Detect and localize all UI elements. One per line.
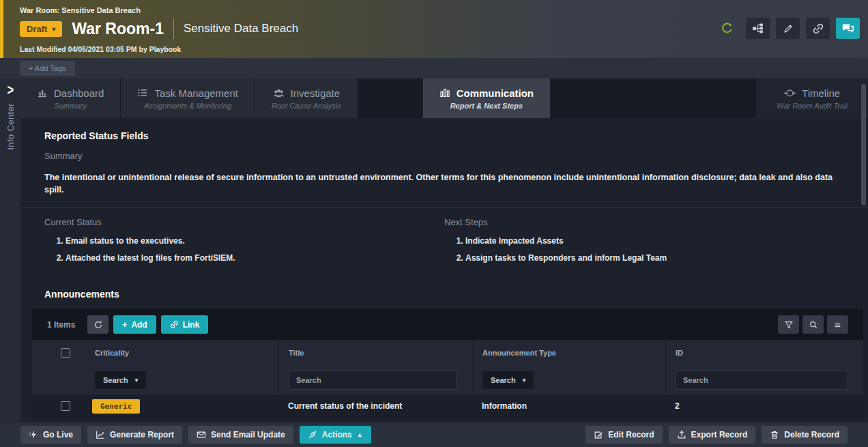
go-live-button[interactable]: Go Live xyxy=(20,426,81,444)
actions-button[interactable]: Actions ▲ xyxy=(300,426,371,444)
criticality-badge[interactable]: Generic xyxy=(92,399,140,414)
current-status-list: Email status to the executives. Attached… xyxy=(44,236,444,263)
edit-record-button[interactable]: Edit Record xyxy=(585,426,662,444)
footer-right-group: Edit Record Export Record Delete Record xyxy=(585,426,848,444)
copy-link-button[interactable] xyxy=(806,18,830,39)
column-header-id: ID xyxy=(676,349,683,357)
caret-down-icon: ▾ xyxy=(52,25,55,33)
status-columns: Current Status Email status to the execu… xyxy=(20,208,868,270)
export-record-label: Export Record xyxy=(691,430,748,439)
page-title: War Room-1 xyxy=(72,20,164,38)
info-center-sidebar[interactable]: > Info Center xyxy=(0,78,20,422)
add-tags-button[interactable]: + Add Tags xyxy=(20,61,75,76)
link-icon xyxy=(170,320,179,329)
tab-task-management[interactable]: Task Management Assignments & Monitoring xyxy=(121,78,255,118)
title-search-input[interactable] xyxy=(289,371,457,390)
edit-button[interactable] xyxy=(776,18,800,39)
row-type: Information xyxy=(482,401,527,411)
add-label: Add xyxy=(131,320,147,330)
section-heading: Reported Status Fields xyxy=(44,130,852,141)
main-area: > Info Center Dashboard Summary xyxy=(0,78,868,422)
export-icon xyxy=(677,430,686,439)
sync-status-icon xyxy=(721,22,734,35)
expand-chevron-icon[interactable]: > xyxy=(7,81,14,98)
refresh-icon xyxy=(93,320,103,330)
tab-label: Task Management xyxy=(154,87,238,99)
edit-record-icon xyxy=(594,430,603,439)
tab-sublabel: War Room Audit Trail xyxy=(777,102,848,110)
chat-icon xyxy=(841,22,854,35)
send-email-button[interactable]: Send Email Update xyxy=(188,426,293,444)
caret-down-icon: ▾ xyxy=(135,377,139,384)
add-announcement-button[interactable]: + Add xyxy=(113,315,156,334)
generate-report-label: Generate Report xyxy=(110,430,174,439)
report-chart-icon xyxy=(96,430,105,439)
link-announcement-button[interactable]: Link xyxy=(161,315,209,334)
status-dropdown[interactable]: Draft ▾ xyxy=(20,21,62,37)
tab-communication[interactable]: Communication Report & Next Steps xyxy=(423,78,550,118)
info-center-label: Info Center xyxy=(5,103,16,150)
generate-report-button[interactable]: Generate Report xyxy=(87,426,182,444)
scrollbar-thumb[interactable] xyxy=(861,84,866,205)
table-header: Criticality Title Announcement Type ID S… xyxy=(32,340,863,394)
toolbar-right: ≡ xyxy=(778,315,848,334)
menu-icon: ≡ xyxy=(835,319,841,330)
tab-sublabel: Assignments & Monitoring xyxy=(144,102,231,110)
tab-bar: Dashboard Summary Task Management Assign… xyxy=(20,78,868,118)
criticality-filter-dropdown[interactable]: Search ▾ xyxy=(95,371,146,389)
id-search-input[interactable] xyxy=(676,371,848,390)
column-header-type: Announcement Type xyxy=(482,349,556,357)
list-icon xyxy=(137,87,148,98)
tab-label: Communication xyxy=(457,87,534,99)
row-checkbox[interactable] xyxy=(61,401,70,411)
delete-record-label: Delete Record xyxy=(784,430,839,439)
filter-icon xyxy=(784,320,794,330)
rocket-icon xyxy=(308,430,317,439)
envelope-icon xyxy=(197,430,206,439)
tab-dashboard[interactable]: Dashboard Summary xyxy=(20,78,120,118)
tab-investigate[interactable]: Investigate Root Cause Analysis xyxy=(255,78,358,118)
caret-up-icon: ▲ xyxy=(357,431,363,438)
table-menu-button[interactable]: ≡ xyxy=(827,315,848,334)
tab-label: Timeline xyxy=(802,87,840,99)
tab-label: Investigate xyxy=(291,87,341,99)
vertical-scrollbar[interactable] xyxy=(861,81,866,419)
comments-button[interactable] xyxy=(836,18,860,39)
actions-label: Actions xyxy=(322,430,352,439)
pencil-icon xyxy=(783,23,794,34)
row-id: 2 xyxy=(675,401,680,411)
column-header-criticality: Criticality xyxy=(95,349,129,357)
caret-down-icon: ▾ xyxy=(523,377,526,384)
tab-sublabel: Summary xyxy=(55,102,87,110)
announcements-panel: 1 Items + Add Link xyxy=(32,309,863,418)
bar-chart-icon xyxy=(37,87,48,98)
export-record-button[interactable]: Export Record xyxy=(669,426,756,444)
record-name: Sensitive Data Breach xyxy=(184,22,298,35)
refresh-button[interactable] xyxy=(87,315,108,334)
current-status-label: Current Status xyxy=(44,217,444,227)
table-row[interactable]: Generic Current status of the incident I… xyxy=(32,394,863,418)
list-item: Email status to the executives. xyxy=(66,236,444,246)
search-icon xyxy=(809,320,818,330)
type-filter-dropdown[interactable]: Search ▾ xyxy=(482,371,534,389)
list-item: Indicate Impacted Assets xyxy=(465,236,844,246)
link-label: Link xyxy=(183,320,200,330)
current-status-column: Current Status Email status to the execu… xyxy=(44,217,444,270)
plus-icon: + xyxy=(122,320,127,330)
delete-record-button[interactable]: Delete Record xyxy=(762,426,848,444)
playbooks-button[interactable] xyxy=(746,18,770,39)
next-steps-column: Next Steps Indicate Impacted Assets Assi… xyxy=(444,217,844,270)
search-button[interactable] xyxy=(802,315,824,334)
select-all-checkbox[interactable] xyxy=(61,348,70,358)
next-steps-label: Next Steps xyxy=(444,217,844,227)
tab-timeline[interactable]: Timeline War Room Audit Trail xyxy=(756,78,868,118)
filter-button[interactable] xyxy=(778,315,799,334)
footer-toolbar: Go Live Generate Report Send Email Updat… xyxy=(0,422,868,447)
last-modified: Last Modified 04/05/2021 03:05 PM by Pla… xyxy=(20,45,868,53)
row-title: Current status of the incident xyxy=(288,401,402,411)
users-icon xyxy=(273,87,285,99)
next-steps-list: Indicate Impacted Assets Assign tasks to… xyxy=(444,236,844,263)
column-chart-icon xyxy=(439,87,450,98)
send-email-label: Send Email Update xyxy=(211,430,285,439)
breadcrumb: War Room: Sensitive Data Breach xyxy=(20,6,868,14)
